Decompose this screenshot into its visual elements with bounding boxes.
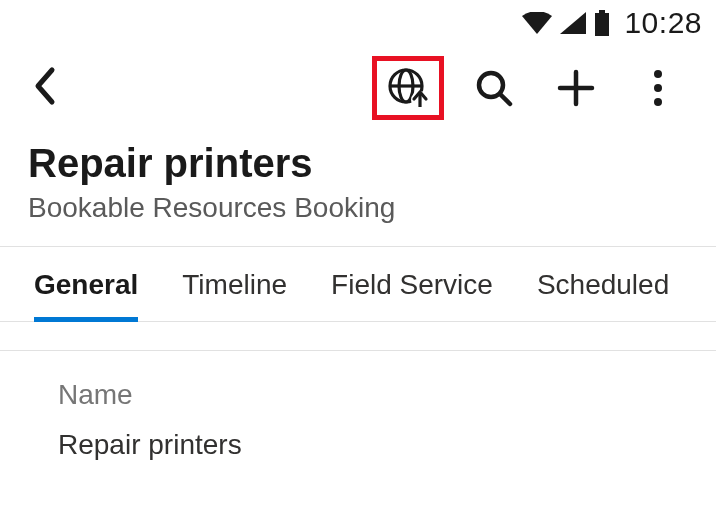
svg-point-11	[654, 70, 662, 78]
form-area: Name Repair printers	[0, 350, 716, 461]
search-button[interactable]	[462, 56, 526, 120]
tab-general[interactable]: General	[34, 245, 138, 321]
back-button[interactable]	[32, 66, 58, 110]
globe-upload-button[interactable]	[372, 56, 444, 120]
title-block: Repair printers Bookable Resources Booki…	[0, 130, 716, 246]
add-button[interactable]	[544, 56, 608, 120]
tab-field-service[interactable]: Field Service	[331, 245, 493, 321]
wifi-icon	[522, 12, 552, 34]
field-name-value[interactable]: Repair printers	[58, 429, 658, 461]
status-bar: 10:28	[0, 0, 716, 46]
globe-upload-icon	[387, 67, 429, 109]
field-name-label: Name	[58, 379, 658, 411]
tab-timeline[interactable]: Timeline	[182, 245, 287, 321]
svg-point-13	[654, 98, 662, 106]
status-time: 10:28	[624, 6, 702, 40]
tabs: General Timeline Field Service Scheduled	[0, 246, 716, 322]
more-button[interactable]	[626, 56, 690, 120]
cell-signal-icon	[560, 12, 586, 34]
page-subtitle: Bookable Resources Booking	[28, 192, 688, 224]
add-icon	[556, 68, 596, 108]
svg-rect-1	[595, 13, 609, 36]
app-bar	[0, 46, 716, 130]
more-vertical-icon	[653, 68, 663, 108]
page-title: Repair printers	[28, 140, 688, 186]
svg-point-12	[654, 84, 662, 92]
battery-icon	[594, 10, 610, 36]
svg-rect-0	[599, 10, 605, 13]
tab-scheduled[interactable]: Scheduled	[537, 245, 669, 321]
svg-line-8	[500, 94, 510, 104]
back-icon	[32, 66, 58, 106]
search-icon	[474, 68, 514, 108]
